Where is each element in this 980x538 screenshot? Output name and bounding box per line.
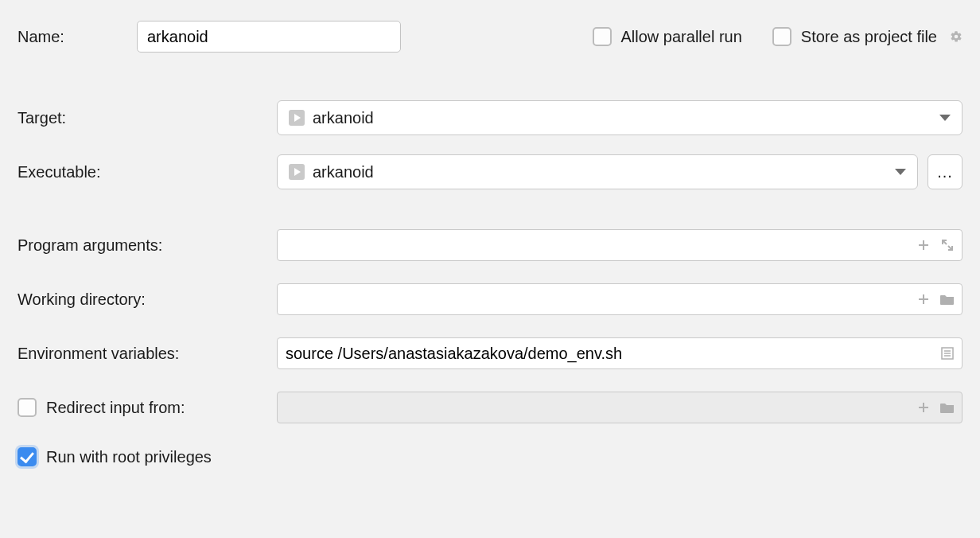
- target-dropdown[interactable]: arkanoid: [277, 100, 962, 135]
- working-directory-label: Working directory:: [18, 290, 277, 309]
- environment-variables-input[interactable]: [286, 345, 954, 363]
- store-project-checkbox[interactable]: [772, 27, 791, 46]
- run-with-root-label: Run with root privileges: [46, 448, 212, 466]
- redirect-input-checkbox[interactable]: [18, 398, 37, 417]
- environment-variables-field[interactable]: [277, 337, 962, 369]
- plus-icon[interactable]: [916, 237, 931, 253]
- gear-icon[interactable]: [947, 29, 962, 45]
- allow-parallel-group[interactable]: Allow parallel run: [593, 27, 742, 46]
- expand-icon[interactable]: [939, 237, 955, 253]
- name-label: Name:: [18, 28, 107, 46]
- allow-parallel-checkbox[interactable]: [593, 27, 612, 46]
- list-icon[interactable]: [939, 345, 955, 361]
- plus-icon[interactable]: [916, 291, 931, 307]
- working-directory-field[interactable]: [277, 283, 962, 315]
- chevron-down-icon: [895, 169, 906, 175]
- executable-browse-button[interactable]: ...: [928, 154, 962, 189]
- redirect-input-input: [286, 399, 954, 417]
- target-label: Target:: [18, 109, 277, 127]
- allow-parallel-label: Allow parallel run: [621, 28, 742, 46]
- run-icon: [289, 164, 305, 180]
- svg-rect-5: [919, 244, 928, 246]
- plus-icon: [916, 400, 931, 415]
- svg-rect-7: [919, 298, 928, 300]
- environment-variables-label: Environment variables:: [18, 345, 277, 363]
- name-input[interactable]: [137, 21, 401, 53]
- target-value: arkanoid: [313, 109, 374, 127]
- program-arguments-input[interactable]: [286, 236, 954, 255]
- program-arguments-field[interactable]: [277, 229, 962, 261]
- store-project-label: Store as project file: [801, 28, 937, 46]
- run-icon: [289, 110, 305, 126]
- redirect-input-label: Redirect input from:: [46, 399, 185, 417]
- folder-icon[interactable]: [939, 291, 955, 307]
- working-directory-input[interactable]: [286, 290, 954, 309]
- folder-icon: [939, 400, 955, 415]
- executable-dropdown[interactable]: arkanoid: [277, 154, 918, 189]
- executable-value: arkanoid: [313, 163, 374, 181]
- store-project-group[interactable]: Store as project file: [772, 27, 962, 46]
- program-arguments-label: Program arguments:: [18, 236, 277, 255]
- executable-label: Executable:: [18, 163, 277, 181]
- svg-rect-13: [919, 407, 928, 408]
- run-with-root-checkbox[interactable]: [18, 447, 37, 466]
- chevron-down-icon: [939, 115, 951, 121]
- redirect-input-field: [277, 392, 962, 423]
